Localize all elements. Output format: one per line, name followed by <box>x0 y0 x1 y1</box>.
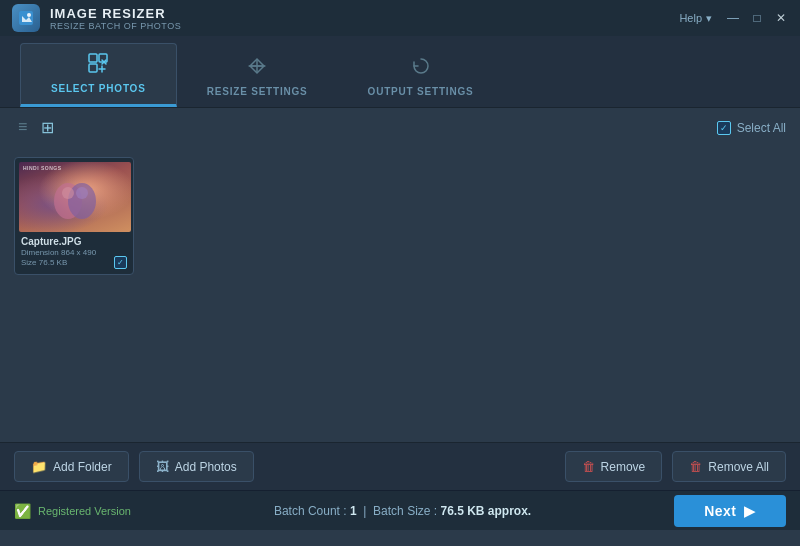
svg-point-1 <box>27 13 31 17</box>
titlebar: IMAGE RESIZER RESIZE BATCH OF PHOTOS Hel… <box>0 0 800 36</box>
window-controls: — □ ✕ <box>726 11 788 25</box>
tab-select-photos-label: SELECT PHOTOS <box>51 83 146 94</box>
tab-resize-settings-label: RESIZE SETTINGS <box>207 86 308 97</box>
svg-point-10 <box>62 187 74 199</box>
svg-rect-0 <box>19 11 33 25</box>
select-all-checkbox[interactable]: ✓ <box>717 121 731 135</box>
photo-name: Capture.JPG <box>21 235 110 248</box>
resize-settings-icon <box>246 55 268 82</box>
titlebar-right: Help ▾ — □ ✕ <box>679 11 788 25</box>
add-folder-label: Add Folder <box>53 460 112 474</box>
bottom-actions: 📁 Add Folder 🖼 Add Photos 🗑 Remove 🗑 Rem… <box>0 442 800 490</box>
output-settings-icon <box>410 55 432 82</box>
list-view-button[interactable]: ≡ <box>14 116 31 139</box>
bottom-left-actions: 📁 Add Folder 🖼 Add Photos <box>14 451 254 482</box>
photo-grid: HINDI SONGS Capture.JPG Dimension 864 x <box>14 157 786 275</box>
tab-resize-settings[interactable]: RESIZE SETTINGS <box>177 47 338 107</box>
toolbar-row: ≡ ⊞ ✓ Select All <box>0 108 800 147</box>
app-title: IMAGE RESIZER <box>50 6 181 21</box>
chevron-down-icon: ▾ <box>706 12 712 25</box>
help-label: Help <box>679 12 702 24</box>
remove-button[interactable]: 🗑 Remove <box>565 451 663 482</box>
maximize-button[interactable]: □ <box>750 11 764 25</box>
select-photos-icon <box>87 52 109 79</box>
remove-label: Remove <box>601 460 646 474</box>
app-subtitle: RESIZE BATCH OF PHOTOS <box>50 21 181 31</box>
titlebar-left: IMAGE RESIZER RESIZE BATCH OF PHOTOS <box>12 4 181 32</box>
select-all-area[interactable]: ✓ Select All <box>717 121 786 135</box>
photo-thumb-inner: HINDI SONGS <box>19 162 131 232</box>
tab-output-settings[interactable]: OUTPUT SETTINGS <box>338 47 504 107</box>
next-arrow-icon: ▶ <box>744 503 756 519</box>
photo-checkbox[interactable]: ✓ <box>114 256 127 269</box>
help-button[interactable]: Help ▾ <box>679 12 712 25</box>
photo-dimension: Dimension 864 x 490 <box>21 248 110 258</box>
registered-icon: ✅ <box>14 503 31 519</box>
svg-rect-4 <box>89 64 97 72</box>
photo-card[interactable]: HINDI SONGS Capture.JPG Dimension 864 x <box>14 157 134 275</box>
photo-thumbnail: HINDI SONGS <box>19 162 131 232</box>
minimize-button[interactable]: — <box>726 11 740 25</box>
statusbar: ✅ Registered Version Batch Count : 1 | B… <box>0 490 800 530</box>
tab-select-photos[interactable]: SELECT PHOTOS <box>20 43 177 107</box>
status-left: ✅ Registered Version <box>14 503 131 519</box>
remove-icon: 🗑 <box>582 459 595 474</box>
photo-text: Capture.JPG Dimension 864 x 490 Size 76.… <box>21 235 110 269</box>
registered-label: Registered Version <box>38 505 131 517</box>
app-title-block: IMAGE RESIZER RESIZE BATCH OF PHOTOS <box>50 6 181 31</box>
status-separator: | <box>363 504 366 518</box>
tab-output-settings-label: OUTPUT SETTINGS <box>368 86 474 97</box>
remove-all-icon: 🗑 <box>689 459 702 474</box>
remove-all-button[interactable]: 🗑 Remove All <box>672 451 786 482</box>
batch-count-value: 1 <box>350 504 357 518</box>
svg-rect-2 <box>89 54 97 62</box>
bottom-right-actions: 🗑 Remove 🗑 Remove All <box>565 451 786 482</box>
status-center: Batch Count : 1 | Batch Size : 76.5 KB a… <box>274 504 531 518</box>
grid-view-button[interactable]: ⊞ <box>37 116 58 139</box>
app-icon <box>12 4 40 32</box>
next-label: Next <box>704 503 736 519</box>
folder-icon: 📁 <box>31 459 47 474</box>
remove-all-label: Remove All <box>708 460 769 474</box>
select-all-label: Select All <box>737 121 786 135</box>
add-photos-button[interactable]: 🖼 Add Photos <box>139 451 254 482</box>
close-button[interactable]: ✕ <box>774 11 788 25</box>
photo-size: Size 76.5 KB <box>21 258 110 268</box>
batch-size-value: 76.5 KB approx. <box>440 504 531 518</box>
thumb-text-hindi: HINDI SONGS <box>23 165 127 172</box>
add-folder-button[interactable]: 📁 Add Folder <box>14 451 129 482</box>
tabbar: SELECT PHOTOS RESIZE SETTINGS OUTPUT SET… <box>0 36 800 108</box>
add-photos-label: Add Photos <box>175 460 237 474</box>
photos-icon: 🖼 <box>156 459 169 474</box>
view-toggles: ≡ ⊞ <box>14 116 58 139</box>
batch-count-label: Batch Count : <box>274 504 347 518</box>
batch-size-label: Batch Size : <box>373 504 437 518</box>
content-area: HINDI SONGS Capture.JPG Dimension 864 x <box>0 147 800 442</box>
svg-point-11 <box>76 187 88 199</box>
photo-info: Capture.JPG Dimension 864 x 490 Size 76.… <box>19 232 129 270</box>
next-button[interactable]: Next ▶ <box>674 495 786 527</box>
